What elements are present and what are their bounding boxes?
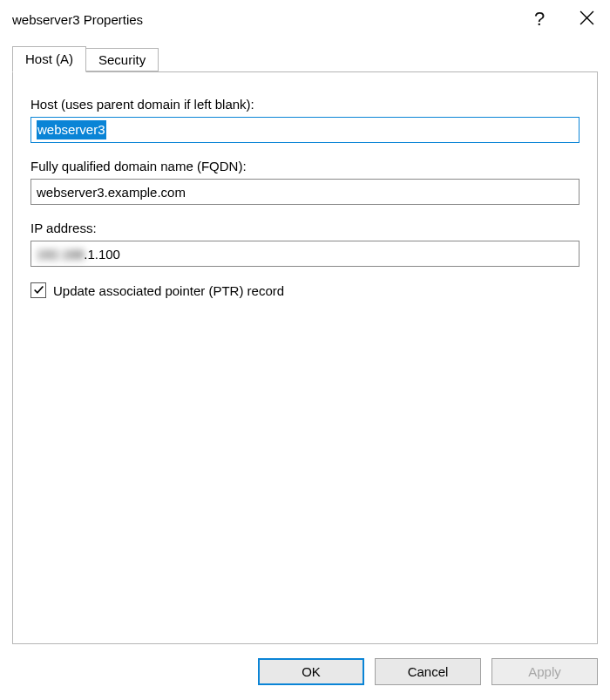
ip-value: 192.168.1.100 xyxy=(37,247,120,262)
help-icon: ? xyxy=(534,8,545,31)
ok-button[interactable]: OK xyxy=(258,658,364,685)
help-button[interactable]: ? xyxy=(516,0,563,38)
close-button[interactable] xyxy=(563,0,610,38)
host-group: Host (uses parent domain if left blank):… xyxy=(30,97,580,143)
button-label: OK xyxy=(302,664,321,679)
button-label: Cancel xyxy=(408,664,449,679)
dialog-button-row: OK Cancel Apply xyxy=(12,644,598,688)
button-label: Apply xyxy=(528,664,561,679)
fqdn-group: Fully qualified domain name (FQDN): webs… xyxy=(30,159,580,205)
window-title: webserver3 Properties xyxy=(12,12,516,27)
dialog-window: webserver3 Properties ? Host (A) Securit… xyxy=(0,0,610,700)
tabstrip: Host (A) Security xyxy=(12,42,598,71)
ptr-checkbox-label[interactable]: Update associated pointer (PTR) record xyxy=(53,283,284,298)
ip-group: IP address: 192.168.1.100 xyxy=(30,221,580,267)
titlebar: webserver3 Properties ? xyxy=(0,0,610,38)
tab-label: Host (A) xyxy=(25,51,73,66)
client-area: Host (A) Security Host (uses parent doma… xyxy=(0,38,610,700)
tab-label: Security xyxy=(98,52,146,67)
tab-panel-host-a: Host (uses parent domain if left blank):… xyxy=(12,71,598,644)
ip-input[interactable]: 192.168.1.100 xyxy=(30,241,580,267)
tab-security[interactable]: Security xyxy=(86,48,159,71)
checkmark-icon xyxy=(33,283,44,298)
close-icon xyxy=(580,8,594,31)
host-selected-text: webserver3 xyxy=(37,120,106,139)
host-label: Host (uses parent domain if left blank): xyxy=(30,97,580,112)
fqdn-label: Fully qualified domain name (FQDN): xyxy=(30,159,580,173)
fqdn-input[interactable]: webserver3.example.com xyxy=(30,179,580,205)
ip-label: IP address: xyxy=(30,221,580,235)
cancel-button[interactable]: Cancel xyxy=(375,658,481,685)
apply-button: Apply xyxy=(491,658,598,685)
tab-host-a[interactable]: Host (A) xyxy=(12,46,86,72)
ptr-checkbox-row: Update associated pointer (PTR) record xyxy=(30,282,580,298)
host-input[interactable]: webserver3 xyxy=(30,117,580,143)
fqdn-value: webserver3.example.com xyxy=(37,185,186,200)
ptr-checkbox[interactable] xyxy=(30,282,46,298)
